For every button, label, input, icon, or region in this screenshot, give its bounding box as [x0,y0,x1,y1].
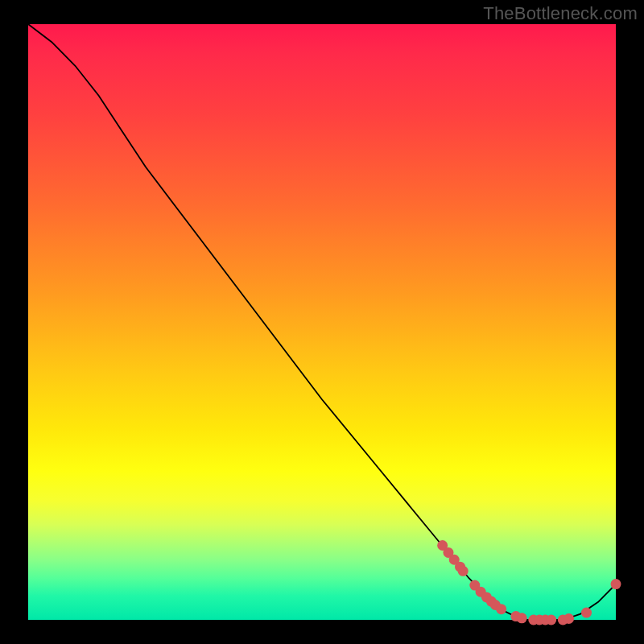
curve-markers [437,540,621,625]
chart-container: TheBottleneck.com [0,0,644,644]
watermark-text: TheBottleneck.com [483,3,638,24]
data-marker [581,608,592,618]
data-marker [611,579,621,589]
plot-area [28,24,616,620]
data-marker [546,615,556,625]
data-marker [496,604,506,614]
curve-line [28,24,616,620]
data-marker [517,613,527,623]
data-marker [458,566,469,576]
data-marker [564,613,574,624]
chart-svg [28,24,616,620]
